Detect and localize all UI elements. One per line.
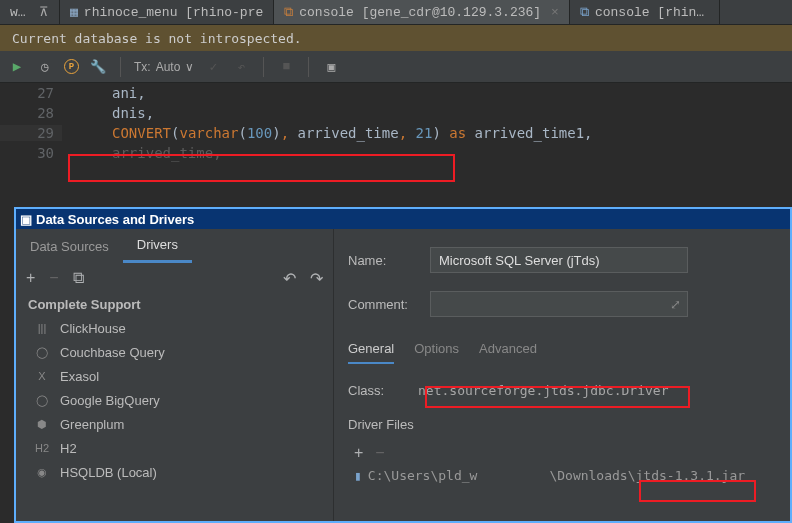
pin-icon: ⊼ (39, 4, 49, 20)
table-icon: ▦ (70, 4, 78, 20)
output-icon[interactable]: ▣ (322, 58, 340, 76)
add-file-icon[interactable]: + (354, 444, 363, 462)
tab-options[interactable]: Options (414, 335, 459, 364)
driver-item[interactable]: ◯Couchbase Query (16, 340, 333, 364)
driver-icon: X (34, 368, 50, 384)
commit-icon[interactable]: ✓ (204, 58, 222, 76)
redo-icon[interactable]: ↷ (310, 269, 323, 288)
remove-icon[interactable]: − (49, 269, 58, 287)
code-editor[interactable]: 27ani,28dnis,29CONVERT(varchar(100), arr… (0, 83, 792, 163)
driver-item[interactable]: ◉HSQLDB (Local) (16, 460, 333, 484)
driver-icon: H2 (34, 440, 50, 456)
driver-name: Couchbase Query (60, 345, 165, 360)
introspection-warning: Current database is not introspected. (0, 25, 792, 51)
driver-name-input[interactable] (430, 247, 688, 273)
driver-item[interactable]: ◯Google BigQuery (16, 388, 333, 412)
tab-console-rhino[interactable]: ⧉ console [rhino-pr (570, 0, 720, 24)
stop-icon[interactable]: ■ (277, 58, 295, 76)
preview-icon[interactable]: P (64, 59, 79, 74)
history-icon[interactable]: ◷ (36, 58, 54, 76)
data-sources-dialog: ▣ Data Sources and Drivers Data Sources … (14, 207, 792, 523)
comment-input[interactable]: ⤢ (430, 291, 688, 317)
driver-files-label: Driver Files (348, 417, 776, 432)
tab-general[interactable]: General (348, 335, 394, 364)
driver-name: HSQLDB (Local) (60, 465, 157, 480)
driver-item[interactable]: XExasol (16, 364, 333, 388)
tab-wnew[interactable]: w-new] ⊼ (0, 0, 60, 24)
tx-mode-dropdown[interactable]: Tx: Auto ∨ (134, 60, 194, 74)
driver-icon: ◯ (34, 392, 50, 408)
driver-file-item[interactable]: ▮ C:\Users\pld_w \Downloads \jtds-1.3.1.… (348, 464, 776, 487)
comment-label: Comment: (348, 297, 430, 312)
driver-name: H2 (60, 441, 77, 456)
driver-item[interactable]: ⬢Greenplum (16, 412, 333, 436)
driver-icon: ⬢ (34, 416, 50, 432)
driver-icon: ◯ (34, 344, 50, 360)
remove-file-icon[interactable]: − (375, 444, 384, 462)
dialog-icon: ▣ (20, 212, 32, 227)
right-tabs: General Options Advanced (348, 335, 776, 364)
jar-icon: ▮ (354, 468, 362, 483)
section-complete-support: Complete Support (16, 293, 333, 316)
dialog-titlebar[interactable]: ▣ Data Sources and Drivers (16, 209, 790, 229)
dialog-left-tabs: Data Sources Drivers (16, 229, 333, 263)
editor-tabs: w-new] ⊼ ▦ rhinoce_menu [rhino-pre ⧉ con… (0, 0, 792, 25)
driver-name: Google BigQuery (60, 393, 160, 408)
rollback-icon[interactable]: ↶ (232, 58, 250, 76)
driver-name: Greenplum (60, 417, 124, 432)
add-icon[interactable]: + (26, 269, 35, 287)
driver-name: Exasol (60, 369, 99, 384)
console-icon: ⧉ (284, 5, 293, 20)
driver-item[interactable]: H2H2 (16, 436, 333, 460)
tab-drivers[interactable]: Drivers (123, 229, 192, 263)
duplicate-icon[interactable]: ⧉ (73, 269, 84, 287)
driver-name: ClickHouse (60, 321, 126, 336)
chevron-down-icon: ∨ (185, 60, 194, 74)
console-icon: ⧉ (580, 5, 589, 20)
tab-data-sources[interactable]: Data Sources (16, 231, 123, 262)
run-icon[interactable]: ▶ (8, 58, 26, 76)
tab-advanced[interactable]: Advanced (479, 335, 537, 364)
tab-console-gene[interactable]: ⧉ console [gene_cdr@10.129.3.236] × (274, 0, 570, 24)
class-label: Class: (348, 383, 412, 398)
driver-icon: ◉ (34, 464, 50, 480)
settings-icon[interactable]: 🔧 (89, 58, 107, 76)
close-icon[interactable]: × (551, 5, 559, 20)
dialog-title: Data Sources and Drivers (36, 212, 194, 227)
driver-item[interactable]: |||ClickHouse (16, 316, 333, 340)
driver-icon: ||| (34, 320, 50, 336)
undo-icon[interactable]: ↶ (283, 269, 296, 288)
class-value[interactable]: net.sourceforge.jtds.jdbc.Driver (412, 380, 674, 401)
driver-list[interactable]: |||ClickHouse◯Couchbase QueryXExasol◯Goo… (16, 316, 333, 521)
expand-icon[interactable]: ⤢ (670, 297, 681, 312)
tab-rhinoce-menu[interactable]: ▦ rhinoce_menu [rhino-pre (60, 0, 274, 24)
console-toolbar: ▶ ◷ P 🔧 Tx: Auto ∨ ✓ ↶ ■ ▣ (0, 51, 792, 83)
name-label: Name: (348, 253, 430, 268)
